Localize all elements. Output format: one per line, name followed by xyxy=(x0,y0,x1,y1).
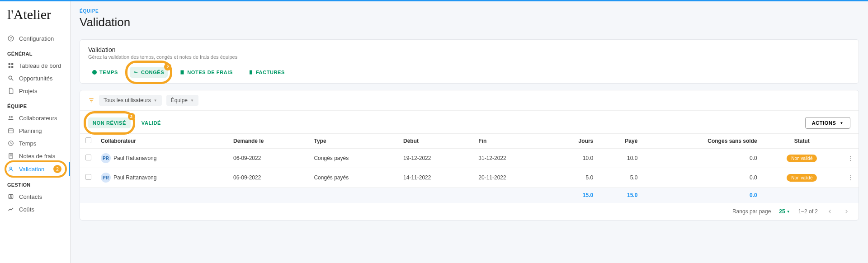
th-jours[interactable]: Jours xyxy=(549,134,598,149)
sidebar-item-validation[interactable]: Validation 2 xyxy=(0,162,70,176)
sidebar-section-gestion: GESTION xyxy=(0,179,70,190)
card-subtitle: Gérez la validation des temps, congés et… xyxy=(88,54,850,60)
tab-factures[interactable]: FACTURES xyxy=(245,67,288,78)
calendar-icon xyxy=(7,127,14,134)
table-row[interactable]: PRPaul Rattanavong 06-09-2022 Congés pay… xyxy=(80,168,859,188)
th-paye[interactable]: Payé xyxy=(598,134,642,149)
sidebar-item-collaborateurs[interactable]: Collaborateurs xyxy=(0,112,70,124)
sidebar-item-couts[interactable]: Coûts xyxy=(0,203,70,216)
collaborateur-cell: PRPaul Rattanavong xyxy=(101,173,224,183)
sidebar-item-dashboard[interactable]: Tableau de bord xyxy=(0,59,70,72)
chip-label: Tous les utilisateurs xyxy=(104,97,151,103)
subtab-label: NON RÉVISÉ xyxy=(93,120,126,126)
clock-icon xyxy=(7,140,14,147)
select-all-checkbox[interactable] xyxy=(85,137,91,143)
collaborateur-name: Paul Rattanavong xyxy=(113,174,156,181)
sidebar-item-label: Planning xyxy=(19,127,42,134)
tab-temps[interactable]: TEMPS xyxy=(88,67,122,78)
dashboard-icon xyxy=(7,62,14,69)
filter-icon[interactable] xyxy=(88,97,94,103)
svg-point-8 xyxy=(9,116,11,118)
actions-button[interactable]: ACTIONS ▼ xyxy=(805,117,850,129)
row-checkbox[interactable] xyxy=(85,155,91,160)
cell-debut: 14-11-2022 xyxy=(399,168,474,188)
chevron-down-icon: ▼ xyxy=(840,121,844,125)
validation-table: Collaborateur Demandé le Type Début Fin … xyxy=(80,133,859,203)
sidebar-item-contacts[interactable]: Contacts xyxy=(0,190,70,203)
notes-icon xyxy=(7,152,14,160)
subtab-non-revise[interactable]: NON RÉVISÉ 2 xyxy=(88,117,131,128)
th-statut[interactable]: Statut xyxy=(762,134,842,149)
cell-paye: 5.0 xyxy=(598,168,642,188)
subtab-label: VALIDÉ xyxy=(142,120,161,126)
actions-label: ACTIONS xyxy=(812,120,836,126)
svg-point-6 xyxy=(9,76,12,79)
cell-demande: 06-09-2022 xyxy=(229,149,309,168)
people-icon xyxy=(7,114,14,122)
subtab-valide[interactable]: VALIDÉ xyxy=(137,117,165,128)
breadcrumb[interactable]: ÉQUIPE xyxy=(80,9,859,14)
th-demande[interactable]: Demandé le xyxy=(229,134,309,149)
rows-per-page-select[interactable]: 25 ▼ xyxy=(779,208,790,215)
chevron-down-icon: ▼ xyxy=(787,210,790,214)
sidebar-item-label: Notes de frais xyxy=(19,153,55,160)
cell-type: Congés payés xyxy=(309,168,399,188)
notes-icon xyxy=(179,70,185,75)
th-collaborateur[interactable]: Collaborateur xyxy=(96,134,229,149)
sidebar-item-label: Coûts xyxy=(19,206,34,213)
sidebar-item-configuration[interactable]: ? Configuration xyxy=(0,32,70,45)
cell-fin: 20-11-2022 xyxy=(474,168,549,188)
logo: l'Atelier xyxy=(0,7,70,30)
subtab-badge: 2 xyxy=(128,113,135,120)
svg-rect-3 xyxy=(11,63,13,65)
sidebar-item-label: Collaborateurs xyxy=(19,115,57,122)
th-sans-solde[interactable]: Congés sans solde xyxy=(642,134,761,149)
sidebar-item-projets[interactable]: Projets xyxy=(0,85,70,97)
sidebar-item-label: Temps xyxy=(19,140,36,147)
collaborateur-cell: PRPaul Rattanavong xyxy=(101,153,224,163)
cell-jours: 5.0 xyxy=(549,168,598,188)
chevron-down-icon: ▼ xyxy=(154,99,157,103)
sidebar-item-temps[interactable]: Temps xyxy=(0,137,70,150)
prev-page-button[interactable] xyxy=(826,207,834,216)
table-row[interactable]: PRPaul Rattanavong 06-09-2022 Congés pay… xyxy=(80,149,859,168)
file-icon xyxy=(7,87,14,94)
total-paye: 15.0 xyxy=(598,188,642,203)
svg-line-7 xyxy=(12,79,14,81)
main-content: ÉQUIPE Validation Validation Gérez la va… xyxy=(71,1,868,263)
tab-notes-frais[interactable]: NOTES DE FRAIS xyxy=(176,67,236,78)
next-page-button[interactable] xyxy=(842,207,850,216)
th-debut[interactable]: Début xyxy=(399,134,474,149)
sidebar-item-opportunites[interactable]: Opportunités xyxy=(0,72,70,85)
approve-icon xyxy=(7,165,14,173)
subtabs: NON RÉVISÉ 2 VALIDÉ xyxy=(88,117,165,128)
collaborateur-name: Paul Rattanavong xyxy=(113,155,156,161)
th-fin[interactable]: Fin xyxy=(474,134,549,149)
th-type[interactable]: Type xyxy=(309,134,399,149)
tab-label: NOTES DE FRAIS xyxy=(187,70,233,75)
tab-badge: 2 xyxy=(164,63,171,70)
chart-icon xyxy=(7,206,14,213)
svg-point-16 xyxy=(10,167,12,169)
tab-label: TEMPS xyxy=(99,70,118,75)
svg-rect-10 xyxy=(9,129,14,133)
filter-chip-equipe[interactable]: Équipe ▼ xyxy=(166,95,198,106)
pagination: Rangs par page 25 ▼ 1–2 of 2 xyxy=(80,203,859,220)
sidebar-item-planning[interactable]: Planning xyxy=(0,124,70,137)
sidebar-section-general: GÉNÉRAL xyxy=(0,48,70,59)
sidebar-item-notes-frais[interactable]: Notes de frais xyxy=(0,150,70,162)
status-badge: Non validé xyxy=(787,155,817,162)
svg-rect-20 xyxy=(181,70,184,75)
sidebar-section-equipe: ÉQUIPE xyxy=(0,101,70,112)
sidebar-badge: 2 xyxy=(53,165,61,173)
tabs: TEMPS CONGÉS 2 NOTES DE FRAIS FACTURES xyxy=(80,64,859,83)
row-menu-button[interactable]: ⋮ xyxy=(848,155,853,161)
row-menu-button[interactable]: ⋮ xyxy=(848,174,853,181)
row-checkbox[interactable] xyxy=(85,174,91,180)
filter-chip-users[interactable]: Tous les utilisateurs ▼ xyxy=(99,95,162,106)
cell-debut: 19-12-2022 xyxy=(399,149,474,168)
tab-conges[interactable]: CONGÉS 2 xyxy=(130,67,168,78)
svg-rect-21 xyxy=(250,70,252,75)
flight-icon xyxy=(133,70,139,75)
sidebar-item-label: Configuration xyxy=(19,35,54,42)
